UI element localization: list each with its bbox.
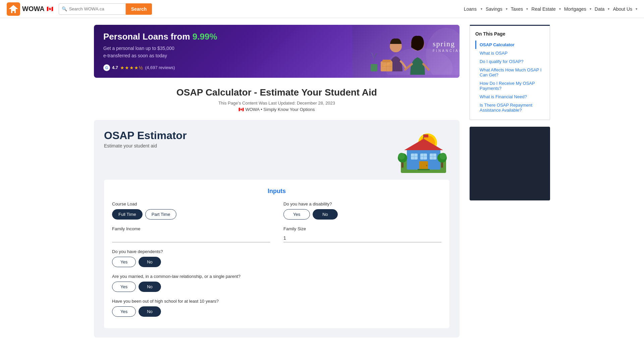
disability-yes-btn[interactable]: Yes — [283, 209, 310, 220]
stars-icon: ★★★★½ — [120, 65, 143, 70]
school-illustration — [397, 129, 449, 173]
calculator-card: OSAP Estimator Estimate your student aid — [94, 120, 460, 338]
family-size-label: Family Size — [283, 226, 441, 231]
form-row-2: Family Income Family Size — [112, 226, 441, 242]
main-content: Personal Loans from 9.99% Get a personal… — [94, 25, 460, 338]
married-yes-btn[interactable]: Yes — [112, 282, 136, 292]
sidebar: On This Page OSAP Calculator What is OSA… — [470, 25, 550, 338]
part-time-btn[interactable]: Part Time — [145, 209, 177, 220]
svg-point-32 — [426, 165, 427, 166]
toc-item-2[interactable]: Do I qualify for OSAP? — [475, 57, 544, 66]
inputs-title: Inputs — [112, 188, 441, 195]
toc-item-0[interactable]: OSAP Calculator — [475, 41, 544, 49]
nav-item-data[interactable]: Data — [592, 4, 607, 14]
family-size-input[interactable] — [283, 234, 441, 242]
course-load-buttons: Full Time Part Time — [112, 209, 270, 220]
logo-text: WOWA — [22, 5, 45, 13]
rating-score: 4.7 — [112, 65, 118, 70]
canada-flag-2: 🇨🇦 — [238, 107, 244, 112]
family-income-input[interactable] — [112, 234, 270, 242]
family-size-group: Family Size — [283, 226, 441, 242]
nav-links: Loans▾ Savings▾ Taxes▾ Real Estate▾ Mort… — [461, 4, 637, 14]
page-title: OSAP Calculator - Estimate Your Student … — [94, 87, 460, 98]
search-button[interactable]: Search — [126, 3, 152, 15]
calc-title: OSAP Estimator — [104, 129, 187, 142]
page-title-section: OSAP Calculator - Estimate Your Student … — [94, 87, 460, 112]
form-row-1: Course Load Full Time Part Time Do you h… — [112, 201, 441, 220]
nav-item-mortgages[interactable]: Mortgages — [561, 4, 589, 14]
nav-item-taxes[interactable]: Taxes — [508, 4, 526, 14]
banner-subtext: Get a personal loan up to $35,000 e-tran… — [103, 45, 343, 60]
highschool-buttons: Yes No — [112, 306, 441, 317]
disability-group: Do you have a disability? Yes No — [283, 201, 441, 220]
married-label: Are you married, in a common-law relatio… — [112, 274, 441, 279]
banner-illustration: spring FINANCIAL — [352, 28, 460, 75]
calc-subtitle: Estimate your student aid — [104, 143, 187, 148]
svg-text:spring: spring — [433, 40, 455, 48]
dependents-buttons: Yes No — [112, 257, 441, 267]
course-load-label: Course Load — [112, 201, 270, 206]
canada-flag: 🇨🇦 — [47, 6, 53, 12]
review-count: (4,697 reviews) — [145, 65, 175, 70]
form-row-married: Are you married, in a common-law relatio… — [112, 274, 441, 292]
svg-rect-33 — [418, 169, 430, 170]
page-brand: 🇨🇦 WOWA • Simply Know Your Options — [94, 107, 460, 112]
toc-item-1[interactable]: What is OSAP — [475, 49, 544, 57]
sidebar-ad — [470, 127, 550, 200]
highschool-label: Have you been out of high school for at … — [112, 299, 441, 304]
highschool-yes-btn[interactable]: Yes — [112, 306, 136, 317]
svg-point-39 — [440, 153, 446, 160]
dependents-no-btn[interactable]: No — [139, 257, 161, 267]
nav-item-aboutus[interactable]: About Us — [610, 4, 635, 14]
logo-icon — [7, 2, 20, 16]
navbar: WOWA 🇨🇦 🔍 Search Loans▾ Savings▾ Taxes▾ … — [0, 0, 644, 18]
banner-rating: G 4.7 ★★★★½ (4,697 reviews) — [103, 64, 343, 71]
svg-rect-3 — [12, 11, 14, 13]
disability-no-btn[interactable]: No — [313, 209, 338, 220]
dependents-yes-btn[interactable]: Yes — [112, 257, 136, 267]
promo-banner[interactable]: Personal Loans from 9.99% Get a personal… — [94, 25, 460, 78]
calc-header-text: OSAP Estimator Estimate your student aid — [104, 129, 187, 148]
disability-label: Do you have a disability? — [283, 201, 441, 206]
form-row-highschool: Have you been out of high school for at … — [112, 299, 441, 317]
course-load-group: Course Load Full Time Part Time — [112, 201, 270, 220]
search-area: 🔍 Search — [59, 3, 152, 15]
google-g-icon: G — [103, 64, 110, 71]
banner-text: Personal Loans from 9.99% Get a personal… — [94, 25, 352, 78]
banner-headline: Personal Loans from 9.99% — [103, 32, 343, 42]
banner-image-area: spring FINANCIAL — [352, 25, 460, 78]
page-layout: Personal Loans from 9.99% Get a personal… — [87, 18, 557, 351]
toc-item-6[interactable]: Is There OSAP Repayment Assistance Avail… — [475, 101, 544, 114]
family-income-label: Family Income — [112, 226, 270, 231]
search-icon: 🔍 — [62, 6, 67, 11]
disability-buttons: Yes No — [283, 209, 441, 220]
nav-item-loans[interactable]: Loans — [461, 4, 480, 14]
nav-item-realestate[interactable]: Real Estate — [529, 4, 558, 14]
highschool-no-btn[interactable]: No — [139, 306, 161, 317]
on-this-page: On This Page OSAP Calculator What is OSA… — [470, 25, 550, 120]
toc-item-4[interactable]: How Do I Receive My OSAP Payments? — [475, 79, 544, 93]
form-row-dependents: Do you have dependents? Yes No — [112, 249, 441, 267]
svg-point-36 — [398, 153, 405, 160]
family-income-group: Family Income — [112, 226, 270, 242]
full-time-btn[interactable]: Full Time — [112, 209, 143, 220]
page-meta: This Page's Content Was Last Updated: De… — [94, 101, 460, 106]
logo-link[interactable]: WOWA 🇨🇦 — [7, 2, 53, 16]
svg-text:FINANCIAL: FINANCIAL — [433, 49, 460, 53]
svg-rect-21 — [424, 134, 428, 137]
toc-item-5[interactable]: What is Financial Need? — [475, 93, 544, 101]
svg-rect-14 — [371, 64, 377, 71]
nav-item-savings[interactable]: Savings — [483, 4, 505, 14]
svg-marker-19 — [404, 139, 443, 150]
inputs-card: Inputs Course Load Full Time Part Time D… — [104, 180, 449, 328]
search-input[interactable] — [69, 6, 123, 11]
toc-item-3[interactable]: What Affects How Much OSAP I Can Get? — [475, 66, 544, 79]
married-no-btn[interactable]: No — [139, 282, 161, 292]
married-buttons: Yes No — [112, 282, 441, 292]
toc-title: On This Page — [475, 31, 544, 37]
dependents-label: Do you have dependents? — [112, 249, 441, 254]
